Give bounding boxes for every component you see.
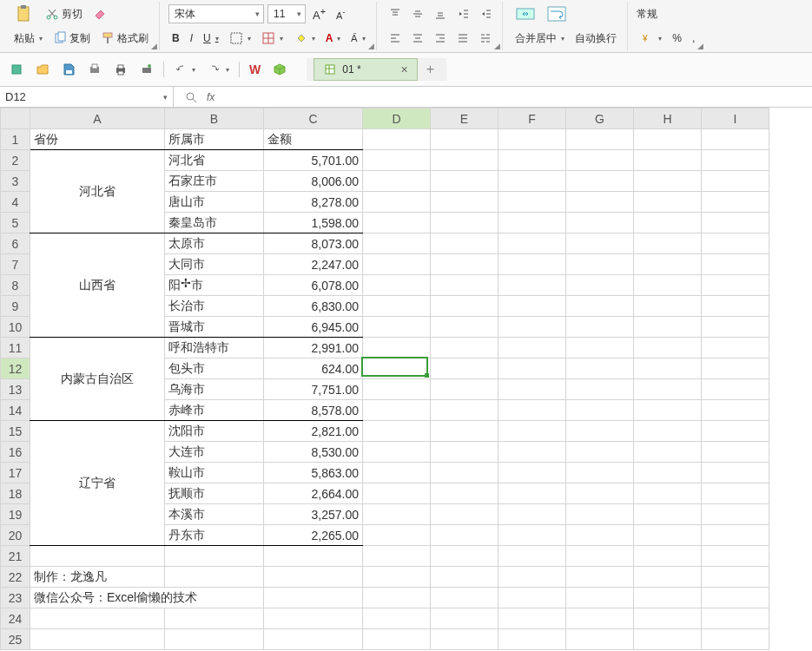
cell[interactable]: 金额 <box>264 129 363 150</box>
row-header-2[interactable]: 2 <box>1 150 30 171</box>
row-header-15[interactable]: 15 <box>1 421 30 442</box>
cell[interactable] <box>264 608 363 629</box>
format-painter-button[interactable]: 格式刷 <box>97 30 152 48</box>
percent-button[interactable]: % <box>669 30 685 46</box>
merge-center-button[interactable] <box>512 2 539 26</box>
paste-button[interactable] <box>10 2 38 26</box>
align-left-button[interactable] <box>386 30 405 46</box>
wps-button[interactable]: W <box>247 60 263 79</box>
cell-city[interactable]: 河北省 <box>165 150 264 171</box>
cell[interactable] <box>431 567 498 588</box>
document-tab[interactable]: 01 * × <box>314 58 418 81</box>
cell[interactable]: 制作：龙逸凡 <box>30 567 165 588</box>
cell[interactable] <box>634 338 702 358</box>
cell-city[interactable]: 晋城市 <box>165 317 264 338</box>
col-header-I[interactable]: I <box>702 108 769 129</box>
cell-province[interactable]: 山西省 <box>30 233 165 338</box>
cell[interactable] <box>634 608 702 629</box>
fx-label[interactable]: fx <box>207 91 215 103</box>
cell-city[interactable]: 丹东市 <box>165 525 264 546</box>
cell-province[interactable]: 河北省 <box>30 150 165 233</box>
cell[interactable] <box>363 296 431 317</box>
cell[interactable] <box>363 588 431 608</box>
border-button[interactable]: ▾ <box>226 30 254 47</box>
align-middle-button[interactable] <box>408 6 427 22</box>
formula-input[interactable] <box>223 87 802 107</box>
cell[interactable] <box>431 317 498 338</box>
cell[interactable] <box>566 379 634 400</box>
col-header-D[interactable]: D <box>363 108 431 129</box>
cell[interactable] <box>431 546 498 567</box>
row-header-16[interactable]: 16 <box>1 442 30 463</box>
cell[interactable] <box>363 192 431 213</box>
cell[interactable] <box>566 254 634 275</box>
cell[interactable] <box>264 629 363 650</box>
cell[interactable] <box>363 629 431 650</box>
font-launcher[interactable]: ◢ <box>368 42 374 50</box>
wrap-text-button[interactable] <box>543 2 571 26</box>
cell[interactable] <box>498 442 566 463</box>
row-header-20[interactable]: 20 <box>1 525 30 546</box>
cell[interactable] <box>498 546 566 567</box>
row-header-19[interactable]: 19 <box>1 504 30 525</box>
cell-amount[interactable]: 6,078.00 <box>264 275 363 296</box>
cell[interactable] <box>634 296 702 317</box>
cell[interactable] <box>566 504 634 525</box>
cell[interactable] <box>30 629 165 650</box>
row-header-7[interactable]: 7 <box>1 254 30 275</box>
cell-city[interactable]: 大同市 <box>165 254 264 275</box>
cell[interactable] <box>264 567 363 588</box>
new-tab-button[interactable]: + <box>418 58 443 81</box>
cell[interactable] <box>702 317 769 338</box>
cell[interactable] <box>431 358 498 379</box>
cell[interactable] <box>498 338 566 358</box>
cell-amount[interactable]: 8,006.00 <box>264 171 363 192</box>
eraser-button[interactable] <box>89 5 110 23</box>
cell[interactable] <box>702 608 769 629</box>
cell[interactable] <box>566 608 634 629</box>
cell[interactable] <box>702 483 769 504</box>
cell[interactable] <box>702 192 769 213</box>
cell[interactable] <box>498 483 566 504</box>
cell[interactable] <box>363 233 431 254</box>
row-header-22[interactable]: 22 <box>1 567 30 588</box>
cell[interactable] <box>431 275 498 296</box>
row-header-25[interactable]: 25 <box>1 629 30 650</box>
cell[interactable] <box>634 358 702 379</box>
cell[interactable] <box>634 317 702 338</box>
cell[interactable] <box>634 463 702 483</box>
cell-amount[interactable]: 8,073.00 <box>264 233 363 254</box>
clipboard-launcher[interactable]: ◢ <box>151 42 157 50</box>
col-header-F[interactable]: F <box>498 108 566 129</box>
cell[interactable] <box>702 567 769 588</box>
cell[interactable] <box>431 588 498 608</box>
cell[interactable] <box>431 400 498 421</box>
cell[interactable] <box>634 421 702 442</box>
cell[interactable] <box>431 254 498 275</box>
cell-city[interactable]: 秦皇岛市 <box>165 213 264 233</box>
cell-city[interactable]: 石家庄市 <box>165 171 264 192</box>
italic-button[interactable]: I <box>187 30 196 46</box>
cell-amount[interactable]: 6,945.00 <box>264 317 363 338</box>
cell[interactable] <box>30 546 165 567</box>
cell[interactable] <box>702 504 769 525</box>
indent-inc-button[interactable] <box>476 6 495 22</box>
cell-province[interactable]: 辽宁省 <box>30 421 165 546</box>
cell[interactable] <box>498 421 566 442</box>
cell-city[interactable]: 抚顺市 <box>165 483 264 504</box>
cell[interactable] <box>363 504 431 525</box>
cut-button[interactable]: 剪切 <box>42 5 86 23</box>
cell[interactable] <box>702 254 769 275</box>
align-justify-button[interactable] <box>453 30 472 46</box>
cell[interactable] <box>566 421 634 442</box>
cell[interactable] <box>566 546 634 567</box>
redo-button[interactable]: ▾ <box>205 60 232 79</box>
cell-city[interactable]: 唐山市 <box>165 192 264 213</box>
cell[interactable] <box>363 275 431 296</box>
cube-button[interactable] <box>270 60 289 79</box>
cell[interactable] <box>634 379 702 400</box>
cell[interactable] <box>702 463 769 483</box>
cell[interactable] <box>566 338 634 358</box>
select-all-corner[interactable] <box>1 108 30 129</box>
open-button[interactable] <box>33 60 52 79</box>
